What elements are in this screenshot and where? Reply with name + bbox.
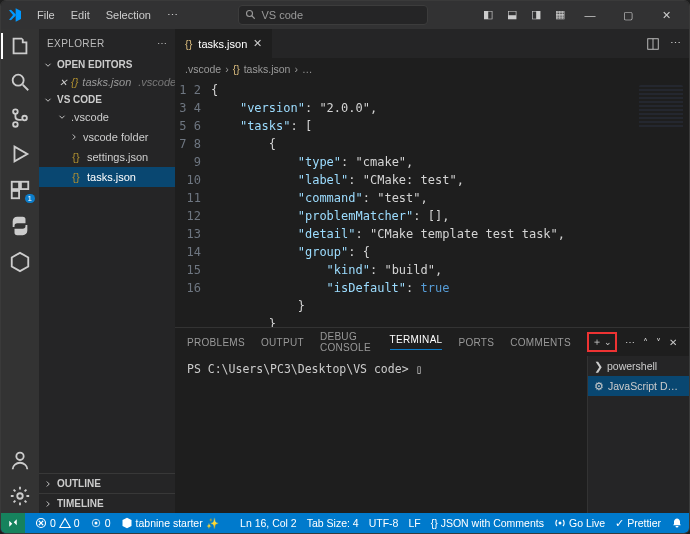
new-terminal-icon[interactable]: ＋ [592,335,602,349]
broadcast-icon [554,517,566,529]
json-file-icon: {} [69,171,83,183]
terminal-entry-powershell[interactable]: ❯ powershell [588,356,689,376]
tree-file-settings[interactable]: {} settings.json [39,147,175,167]
tree-file-tasks[interactable]: {} tasks.json [39,167,175,187]
status-go-live[interactable]: Go Live [554,517,605,529]
error-icon [35,517,47,529]
open-editor-item[interactable]: ✕ {} tasks.json .vscode [39,72,175,92]
terminal-profile-chevron-icon[interactable]: ⌄ [604,337,612,347]
editor-more-icon[interactable]: ⋯ [670,37,681,50]
menu-overflow[interactable]: ⋯ [161,9,184,22]
outline-section[interactable]: OUTLINE [39,473,175,493]
terminal-output[interactable]: PS C:\Users\PC3\Desktop\VS code> ▯ [175,356,587,513]
activity-python-icon[interactable] [9,215,31,237]
svg-point-17 [94,522,97,525]
chevron-down-icon [43,95,53,105]
bell-icon [671,517,683,529]
activity-run-debug-icon[interactable] [9,143,31,165]
code-content[interactable]: { "version": "2.0.0", "tasks": [ { "type… [211,79,689,327]
activity-bar: 1 [1,29,39,513]
svg-line-3 [23,85,29,91]
status-problems[interactable]: 0 0 [35,517,80,529]
activity-explorer-icon[interactable] [9,35,31,57]
code-editor[interactable]: 1 2 3 4 5 6 7 8 9 10 11 12 13 14 15 16 {… [175,79,689,327]
window-maximize[interactable]: ▢ [611,9,645,22]
activity-source-control-icon[interactable] [9,107,31,129]
sparkle-icon: ✨ [206,517,219,530]
warning-icon [59,517,71,529]
panel-tab-output[interactable]: OUTPUT [261,337,304,348]
workspace-section[interactable]: VS CODE [39,92,175,107]
cursor-box: ▯ [415,362,422,376]
search-placeholder: VS code [261,9,303,21]
svg-point-2 [13,75,24,86]
panel-tab-ports[interactable]: PORTS [458,337,494,348]
chevron-right-icon: › [294,63,298,75]
svg-rect-9 [12,191,19,198]
split-editor-icon[interactable] [646,37,660,51]
panel-tab-terminal[interactable]: TERMINAL [390,334,443,350]
new-terminal-highlight: ＋ ⌄ [587,332,617,352]
status-ports[interactable]: 0 [90,517,111,529]
vscode-logo-icon [7,7,23,23]
panel-tab-comments[interactable]: COMMENTS [510,337,571,348]
chevron-right-icon [43,499,53,509]
window-close[interactable]: ✕ [649,9,683,22]
menu-edit[interactable]: Edit [65,9,96,21]
svg-point-10 [16,453,23,460]
panel-maximize-icon[interactable]: ˄ [643,337,648,348]
status-prettier[interactable]: ✓ Prettier [615,517,661,529]
json-file-icon: {} [71,76,78,88]
status-cursor-position[interactable]: Ln 16, Col 2 [240,517,297,529]
extensions-badge: 1 [25,194,35,203]
tree-folder[interactable]: .vscode [39,107,175,127]
terminal-list: ❯ powershell ⚙ JavaScript D… [587,356,689,513]
activity-tabnine-icon[interactable] [9,251,31,273]
explorer-sidebar: EXPLORER ⋯ OPEN EDITORS ✕ {} tasks.json … [39,29,175,513]
customize-layout-icon[interactable]: ▦ [555,8,569,22]
status-notifications[interactable] [671,517,683,529]
menu-selection[interactable]: Selection [100,9,157,21]
menu-file[interactable]: File [31,9,61,21]
close-icon[interactable]: ✕ [253,37,262,50]
breadcrumb[interactable]: .vscode › {} tasks.json › … [175,59,689,79]
status-language-mode[interactable]: {} JSON with Comments [431,517,544,529]
panel-close-icon[interactable]: ✕ [669,337,677,348]
tree-folder[interactable]: vscode folder [39,127,175,147]
remote-indicator[interactable] [1,513,25,533]
toggle-panel-icon[interactable]: ⬓ [507,8,521,22]
editor-group: {} tasks.json ✕ ⋯ .vscode › {} tasks.jso… [175,29,689,513]
panel-tab-debug-console[interactable]: DEBUG CONSOLE [320,331,374,353]
search-icon [245,9,257,21]
status-tab-size[interactable]: Tab Size: 4 [307,517,359,529]
activity-accounts-icon[interactable] [9,449,31,471]
svg-point-6 [22,116,27,121]
svg-point-0 [247,11,253,17]
window-minimize[interactable]: — [573,9,607,21]
open-editors-section[interactable]: OPEN EDITORS [39,57,175,72]
terminal-entry-jsdebug[interactable]: ⚙ JavaScript D… [588,376,689,396]
panel-chevron-icon[interactable]: ˅ [656,337,661,348]
json-file-icon: {} [431,517,438,529]
svg-point-19 [558,522,561,525]
panel-tab-problems[interactable]: PROBLEMS [187,337,245,348]
json-file-icon: {} [233,63,240,75]
activity-extensions-icon[interactable]: 1 [9,179,31,201]
svg-point-4 [13,109,18,114]
command-center-search[interactable]: VS code [238,5,428,25]
editor-tab-tasks[interactable]: {} tasks.json ✕ [175,29,273,58]
close-icon[interactable]: ✕ [59,77,67,88]
status-tabnine[interactable]: tabnine starter ✨ [121,517,219,530]
status-encoding[interactable]: UTF-8 [369,517,399,529]
activity-search-icon[interactable] [9,71,31,93]
activity-settings-icon[interactable] [9,485,31,507]
toggle-primary-sidebar-icon[interactable]: ◧ [483,8,497,22]
toggle-secondary-sidebar-icon[interactable]: ◨ [531,8,545,22]
minimap[interactable] [639,85,683,129]
explorer-more-icon[interactable]: ⋯ [157,38,167,49]
tabnine-icon [121,517,133,529]
svg-point-11 [17,493,23,499]
timeline-section[interactable]: TIMELINE [39,493,175,513]
status-eol[interactable]: LF [408,517,420,529]
panel-more-icon[interactable]: ⋯ [625,337,635,348]
